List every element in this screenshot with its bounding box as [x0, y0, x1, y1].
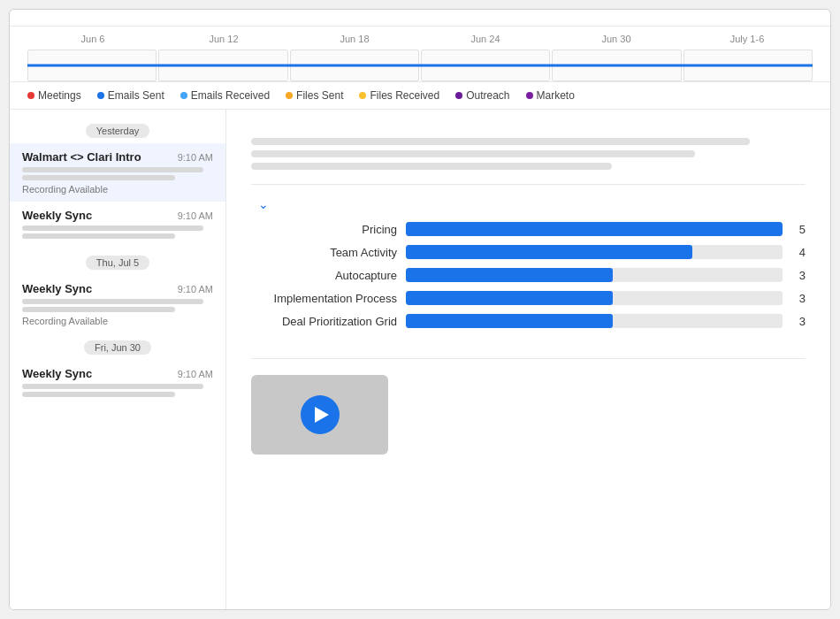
topic-bar-container	[406, 314, 783, 328]
sidebar-item-title: Weekly Sync	[22, 282, 92, 295]
topic-label: Autocapture	[251, 269, 397, 282]
app-container: Jun 6Jun 12Jun 18Jun 24Jun 30July 1-6 Me…	[9, 9, 831, 610]
legend-label-outreach: Outreach	[466, 89, 509, 102]
timeline-date: Jun 24	[420, 34, 551, 44]
topic-label: Deal Prioritization Grid	[251, 315, 397, 328]
sidebar-item-bar-2	[22, 307, 175, 312]
chevron-down-icon[interactable]: ⌄	[258, 197, 269, 211]
detail-text-line-1	[251, 138, 750, 145]
recording-thumbnail[interactable]	[251, 375, 388, 455]
sidebar-date-label: Yesterday	[86, 124, 150, 138]
legend-dot-outreach	[455, 92, 462, 99]
sidebar-item-bar	[22, 384, 203, 389]
sidebar-item-time: 9:10 AM	[178, 152, 213, 163]
sidebar-date-badge: Fri, Jun 30	[10, 340, 225, 355]
sidebar-item-header: Weekly Sync 9:10 AM	[22, 282, 213, 295]
detail-divider-1	[251, 184, 806, 185]
timeline-section: Jun 6Jun 12Jun 18Jun 24Jun 30July 1-6	[10, 27, 830, 82]
sidebar-item-bar	[22, 299, 203, 304]
topic-count: 4	[791, 246, 806, 259]
topic-bar-container	[406, 222, 783, 236]
detail-text-line-2	[251, 150, 695, 157]
sidebar-item-bar	[22, 225, 203, 231]
detail-text-line-3	[251, 163, 612, 170]
sidebar-item-title: Weekly Sync	[22, 367, 92, 380]
legend-item-emails-sent: Emails Sent	[97, 89, 164, 102]
topic-count: 3	[791, 315, 806, 328]
legend-label-meetings: Meetings	[38, 89, 81, 102]
sidebar-date-label: Fri, Jun 30	[84, 340, 151, 355]
topic-row: Autocapture 3	[251, 268, 806, 282]
sidebar-date-badge: Thu, Jul 5	[10, 256, 225, 270]
detail-panel: ⌄ Pricing 5 Team Activity 4 Autocapture …	[226, 110, 830, 609]
timeline-dates: Jun 6Jun 12Jun 18Jun 24Jun 30July 1-6	[27, 34, 813, 44]
topic-bar-fill	[406, 222, 783, 236]
topic-bar-container	[406, 268, 783, 282]
sidebar-item[interactable]: Weekly Sync 9:10 AM	[10, 202, 225, 248]
detail-text-block	[251, 138, 806, 170]
sidebar-item-time: 9:10 AM	[178, 284, 213, 294]
timeline-date: Jun 6	[27, 34, 158, 44]
sidebar-item[interactable]: Walmart <> Clari Intro 9:10 AM Recording…	[10, 143, 225, 202]
recording-available-label: Recording Available	[22, 184, 213, 195]
timeline-date: Jun 12	[158, 34, 289, 44]
sidebar-item-bar-2	[22, 392, 175, 397]
sidebar-item-title: Walmart <> Clari Intro	[22, 150, 141, 164]
legend-item-marketo: Marketo	[526, 89, 575, 102]
sidebar-item[interactable]: Weekly Sync 9:10 AM	[10, 360, 225, 407]
legend-label-marketo: Marketo	[537, 89, 575, 102]
legend-dot-marketo	[526, 92, 533, 99]
legend-item-files-received: Files Received	[359, 89, 439, 102]
legend-dot-emails-received	[180, 92, 187, 99]
topic-row: Team Activity 4	[251, 245, 806, 259]
legend-dot-files-received	[359, 92, 366, 99]
legend-item-outreach: Outreach	[455, 89, 509, 102]
topic-label: Pricing	[251, 223, 397, 236]
sidebar: Yesterday Walmart <> Clari Intro 9:10 AM…	[10, 110, 226, 609]
legend-section: MeetingsEmails SentEmails ReceivedFiles …	[10, 82, 830, 110]
sidebar-item-bar	[22, 167, 203, 172]
sidebar-item-bar-2	[22, 233, 175, 239]
topic-label: Implementation Process	[251, 292, 397, 305]
legend-item-files-sent: Files Sent	[286, 89, 343, 102]
timeline-date: Jun 18	[289, 34, 420, 44]
topic-bar-fill	[406, 245, 692, 259]
legend-label-emails-received: Emails Received	[191, 89, 270, 102]
legend-dot-emails-sent	[97, 92, 104, 99]
legend-label-files-received: Files Received	[370, 89, 439, 102]
topics-list: Pricing 5 Team Activity 4 Autocapture 3 …	[251, 222, 806, 328]
sidebar-item-header: Weekly Sync 9:10 AM	[22, 367, 213, 380]
sidebar-item-time: 9:10 AM	[178, 210, 213, 221]
sidebar-item-title: Weekly Sync	[22, 209, 92, 222]
sidebar-item[interactable]: Weekly Sync 9:10 AM Recording Available	[10, 275, 225, 333]
topic-row: Pricing 5	[251, 222, 806, 236]
topic-count: 5	[791, 223, 806, 236]
topic-row: Deal Prioritization Grid 3	[251, 314, 806, 328]
topic-bar-container	[406, 245, 783, 259]
legend-label-files-sent: Files Sent	[296, 89, 343, 102]
topic-count: 3	[791, 269, 806, 282]
sidebar-item-header: Weekly Sync 9:10 AM	[22, 209, 213, 222]
legend-dot-files-sent	[286, 92, 293, 99]
legend-item-meetings: Meetings	[27, 89, 81, 102]
sidebar-date-badge: Yesterday	[10, 124, 225, 138]
sidebar-item-time: 9:10 AM	[178, 369, 213, 379]
sidebar-item-header: Walmart <> Clari Intro 9:10 AM	[22, 150, 213, 164]
legend-dot-meetings	[27, 92, 34, 99]
timeline-bar-container	[27, 50, 813, 81]
topic-bar-fill	[406, 291, 613, 305]
timeline-progress-line	[27, 65, 813, 67]
topics-header: ⌄	[251, 197, 806, 211]
header	[10, 10, 830, 27]
topic-bar-fill	[406, 314, 613, 328]
show-more-button[interactable]	[522, 339, 536, 346]
play-button[interactable]	[301, 395, 340, 434]
main-layout: Yesterday Walmart <> Clari Intro 9:10 AM…	[10, 110, 830, 609]
topic-row: Implementation Process 3	[251, 291, 806, 305]
sidebar-item-bar-2	[22, 175, 175, 180]
topic-bar-fill	[406, 268, 613, 282]
recording-available-label: Recording Available	[22, 316, 213, 326]
sidebar-date-label: Thu, Jul 5	[86, 256, 149, 270]
legend-item-emails-received: Emails Received	[180, 89, 270, 102]
topic-bar-container	[406, 291, 783, 305]
